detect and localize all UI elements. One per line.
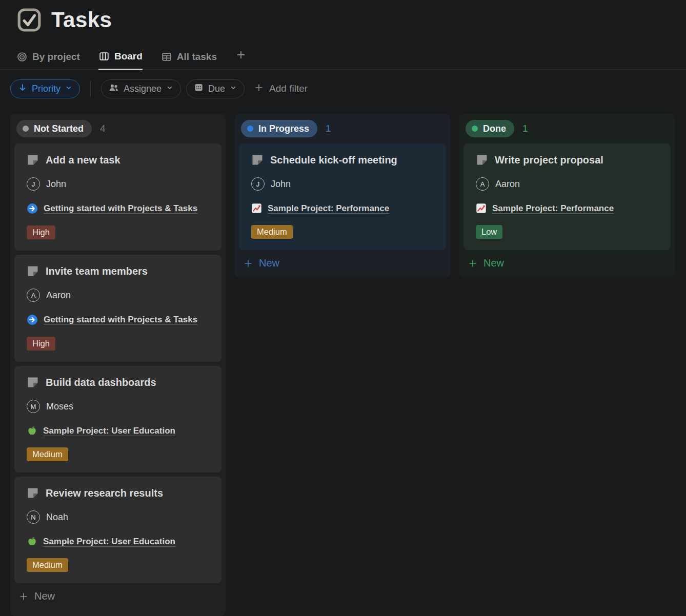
avatar-initial: J	[256, 180, 260, 188]
column-header: Done 1	[463, 118, 671, 143]
page-icon	[27, 487, 39, 499]
priority-row: Medium	[27, 447, 209, 461]
column-count: 1	[326, 123, 331, 134]
filter-divider	[90, 81, 91, 96]
status-pill[interactable]: Not Started	[16, 120, 92, 137]
task-title: Build data dashboards	[46, 377, 156, 388]
task-title: Schedule kick-off meeting	[270, 154, 397, 166]
task-title: Add a new task	[46, 154, 120, 166]
arrow-down-icon	[17, 83, 28, 95]
project-row: Getting started with Projects & Tasks	[27, 314, 209, 325]
assignee-name: Aaron	[46, 290, 71, 301]
new-task-button[interactable]: New	[239, 250, 446, 273]
arrow-circle-icon	[27, 203, 38, 214]
page-header: Tasks	[0, 0, 686, 33]
priority-row: High	[27, 337, 209, 351]
board-column: Not Started 4 Add a new task J John	[10, 114, 226, 616]
column-header: Not Started 4	[14, 118, 221, 143]
task-title-row: Review research results	[27, 487, 209, 499]
task-title-row: Write project proposal	[476, 154, 658, 166]
page-title: Tasks	[51, 8, 112, 32]
project-link[interactable]: Sample Project: Performance	[492, 203, 614, 214]
status-pill[interactable]: In Progress	[241, 120, 317, 137]
avatar: A	[476, 177, 489, 191]
status-dot-icon	[247, 126, 253, 132]
column-count: 1	[522, 123, 528, 134]
cards-list: Schedule kick-off meeting J John Sample …	[239, 143, 446, 250]
assignee-name: Noah	[46, 512, 68, 523]
task-title-row: Build data dashboards	[27, 376, 209, 388]
task-card[interactable]: Write project proposal A Aaron Sample Pr…	[463, 143, 671, 250]
project-link[interactable]: Getting started with Projects & Tasks	[44, 315, 197, 325]
chevron-down-icon	[65, 84, 73, 94]
assignee-filter-pill[interactable]: Assignee	[101, 79, 181, 98]
task-card[interactable]: Invite team members A Aaron Getting star…	[14, 255, 221, 362]
new-task-label: New	[34, 590, 55, 602]
chevron-down-icon	[229, 84, 237, 94]
board-icon	[98, 51, 110, 62]
page-icon	[251, 154, 264, 166]
view-tabs: By project Board All tasks	[0, 49, 686, 70]
priority-label: Priority	[32, 84, 60, 94]
avatar: N	[27, 510, 40, 524]
cards-list: Write project proposal A Aaron Sample Pr…	[463, 143, 671, 250]
status-pill[interactable]: Done	[466, 120, 514, 137]
assignee-name: John	[271, 179, 291, 190]
status-dot-icon	[23, 126, 29, 132]
task-card[interactable]: Review research results N Noah Sample Pr…	[14, 477, 221, 583]
project-link[interactable]: Sample Project: User Education	[43, 537, 175, 547]
tab-label: Board	[114, 51, 143, 62]
status-pill-label: In Progress	[258, 124, 309, 134]
new-task-button[interactable]: New	[14, 583, 221, 606]
due-label: Due	[208, 84, 225, 94]
add-filter-label: Add filter	[269, 83, 308, 94]
project-row: Getting started with Projects & Tasks	[27, 203, 209, 214]
task-card[interactable]: Schedule kick-off meeting J John Sample …	[239, 143, 446, 250]
priority-row: Medium	[27, 558, 209, 572]
task-title: Write project proposal	[495, 154, 603, 166]
task-title-row: Invite team members	[27, 265, 209, 277]
calendar-icon	[193, 82, 204, 95]
project-row: Sample Project: User Education	[27, 425, 209, 436]
plus-icon	[18, 591, 29, 602]
task-title-row: Add a new task	[27, 154, 209, 166]
avatar-initial: A	[31, 292, 36, 299]
task-card[interactable]: Add a new task J John Getting started wi…	[14, 143, 221, 251]
avatar: M	[27, 400, 40, 413]
avatar-initial: N	[31, 514, 35, 521]
tab-label: All tasks	[177, 51, 217, 63]
avatar-initial: M	[31, 403, 36, 410]
tab-board[interactable]: Board	[98, 51, 143, 70]
avatar: A	[27, 289, 40, 302]
new-task-button[interactable]: New	[463, 250, 671, 273]
chevron-down-icon	[166, 84, 174, 94]
cards-list: Add a new task J John Getting started wi…	[14, 143, 221, 583]
status-dot-icon	[472, 126, 478, 132]
project-link[interactable]: Sample Project: User Education	[43, 426, 175, 436]
priority-sort-pill[interactable]: Priority	[10, 79, 80, 98]
task-title: Review research results	[46, 487, 163, 499]
add-view-button[interactable]	[235, 49, 247, 69]
apple-icon	[27, 425, 37, 436]
tab-all-tasks[interactable]: All tasks	[161, 51, 217, 69]
priority-tag: Medium	[27, 558, 68, 572]
assignee-name: John	[46, 179, 66, 190]
add-filter-button[interactable]: Add filter	[254, 83, 308, 95]
tab-label: By project	[32, 51, 80, 63]
plus-icon	[468, 258, 478, 269]
assignee-name: Aaron	[495, 179, 520, 190]
avatar: J	[251, 177, 265, 191]
tab-by-project[interactable]: By project	[16, 51, 80, 69]
project-link[interactable]: Sample Project: Performance	[268, 203, 389, 214]
priority-tag: High	[27, 225, 55, 239]
priority-row: Low	[476, 225, 658, 239]
assignee-row: A Aaron	[476, 177, 658, 191]
board: Not Started 4 Add a new task J John	[0, 114, 686, 616]
column-count: 4	[100, 123, 106, 134]
due-filter-pill[interactable]: Due	[186, 79, 245, 98]
avatar-initial: J	[32, 180, 35, 188]
page-icon	[27, 154, 39, 166]
task-card[interactable]: Build data dashboards M Moses Sample Pro…	[14, 366, 221, 473]
avatar-initial: A	[480, 180, 485, 188]
project-link[interactable]: Getting started with Projects & Tasks	[44, 203, 197, 214]
